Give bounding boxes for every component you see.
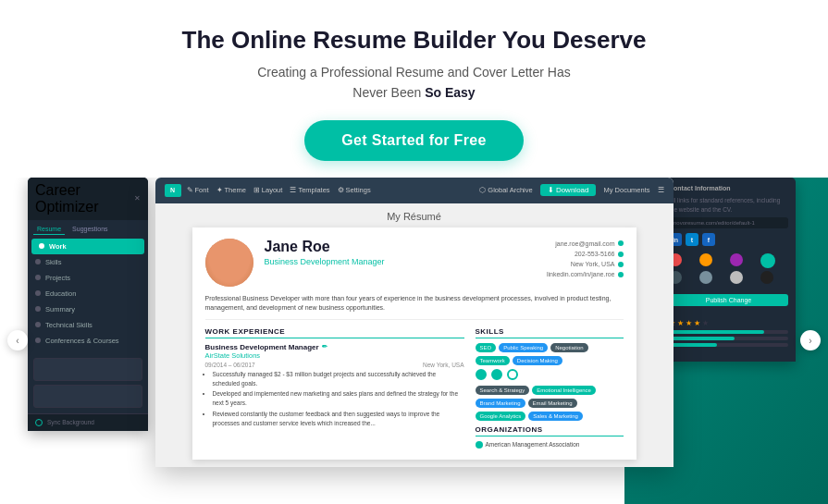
contact-linkedin: linkedin.com/in/jane.roe (547, 269, 615, 279)
next-arrow[interactable]: › (800, 330, 821, 350)
contact-phone: 202-553-5166 (575, 249, 615, 259)
url-bar[interactable]: novoresume.com/editor/default-1 (669, 217, 788, 228)
nav-dot (35, 290, 41, 296)
prev-arrow[interactable]: ‹ (7, 330, 28, 350)
job-bullets: Successfully managed $2 - $3 million bud… (205, 370, 464, 428)
progress-bar-1 (669, 330, 788, 334)
social-icons: in t f (669, 233, 788, 246)
job-company: AirState Solutions (205, 351, 464, 360)
nav-item-technical-skills[interactable]: Technical Skills (28, 317, 148, 333)
resume-area: My Résumé Jane Roe Business Development … (155, 203, 674, 467)
skill-sales: Sales & Marketing (528, 412, 583, 421)
progress-row-1 (476, 369, 624, 380)
nav-font[interactable]: ✎ Font (187, 186, 209, 194)
contact-dot-email (618, 240, 624, 246)
contact-location: New York, USA (571, 259, 615, 269)
organizations-section: ORGANIZATIONS American Management Associ… (476, 425, 624, 449)
bullet-2: Developed and implemented new marketing … (213, 389, 464, 408)
nav-item-conferences[interactable]: Conferences & Courses (28, 333, 148, 349)
nav-download[interactable]: ⬇ Download (540, 184, 597, 196)
work-experience-title: WORK EXPERIENCE (205, 327, 464, 338)
main-title: The Online Resume Builder You Deserve (182, 26, 647, 55)
template-thumb-2[interactable] (33, 385, 142, 408)
skill-public-speaking: Public Speaking (499, 343, 548, 352)
browser-toolbar: N ✎ Font ✦ Theme ⊞ Layout ☰ Templates ⚙ … (155, 178, 674, 203)
nav-label-conferences: Conferences & Courses (45, 337, 119, 345)
subtitle: Creating a Professional Resume and Cover… (257, 62, 571, 104)
progress-bar-3 (669, 343, 788, 347)
star-5: ★ (702, 319, 709, 327)
tab-resume[interactable]: Resume (33, 224, 65, 235)
nav-layout[interactable]: ⊞ Layout (253, 186, 283, 194)
job-title-text: Business Development Manager (205, 343, 319, 351)
nav-dot (39, 243, 44, 249)
bullet-1: Successfully managed $2 - $3 million bud… (213, 370, 464, 388)
edit-icon[interactable]: ✏ (322, 343, 327, 350)
cta-button[interactable]: Get Started for Free (304, 120, 523, 161)
nav-templates[interactable]: ☰ Templates (290, 186, 329, 194)
progress-fill-3 (669, 343, 717, 347)
sync-icon (35, 419, 43, 426)
right-panel-colors: Publish Change (669, 253, 788, 312)
color-gray-medium[interactable] (699, 271, 712, 284)
contact-linkedin-row: linkedin.com/in/jane.roe (503, 269, 624, 279)
nav-documents[interactable]: My Documents (603, 186, 649, 194)
color-gray-light[interactable] (730, 271, 743, 284)
subtitle-bold: So Easy (425, 85, 475, 100)
resume-contact: jane.roe@gmail.com 202-553-5166 New York… (503, 239, 624, 287)
progress-bg-1 (669, 330, 788, 334)
right-panel-rating: ★ ★ ★ ★ ★ (669, 319, 788, 347)
publish-button[interactable]: Publish Change (669, 294, 788, 306)
nav-item-work[interactable]: Work (31, 239, 144, 254)
nav-item-summary[interactable]: Summary (28, 301, 148, 317)
star-rating: ★ ★ ★ ★ ★ (669, 319, 788, 327)
skill-negotiation: Negotiation (550, 343, 587, 352)
browser-nav: ✎ Font ✦ Theme ⊞ Layout ☰ Templates ⚙ Se… (187, 184, 664, 196)
resume-role: Business Development Manager (265, 257, 492, 266)
resume-columns: WORK EXPERIENCE Business Development Man… (205, 327, 624, 449)
close-icon[interactable]: ✕ (134, 194, 141, 203)
star-3: ★ (686, 319, 692, 327)
progress-fill-1 (669, 330, 764, 334)
org-dot (476, 441, 483, 449)
progress-bar-2 (669, 337, 788, 340)
right-panel: Contact Information All links for standa… (661, 178, 796, 363)
template-thumb-1[interactable] (33, 358, 142, 381)
color-black[interactable] (760, 271, 773, 284)
org-title: ORGANIZATIONS (476, 425, 624, 436)
subtitle-line1: Creating a Professional Resume and Cover… (257, 65, 571, 80)
twitter-icon[interactable]: t (686, 233, 698, 246)
bullet-3: Reviewed constantly the customer feedbac… (213, 410, 464, 428)
panel-title: Career Optimizer (35, 182, 134, 215)
color-palette (669, 253, 788, 284)
contact-dot-location (618, 262, 624, 267)
nav-dot (35, 259, 41, 264)
nav-menu[interactable]: ☰ (658, 186, 664, 194)
color-orange[interactable] (699, 253, 712, 266)
nav-item-education[interactable]: Education (28, 286, 148, 301)
panel-tabs: Resume Suggestions (28, 220, 148, 235)
resume-left-column: WORK EXPERIENCE Business Development Man… (205, 327, 464, 449)
nav-theme[interactable]: ✦ Theme (216, 186, 246, 194)
skill-analytics: Google Analytics (476, 412, 526, 421)
progress-fill-2 (669, 337, 735, 340)
nav-item-projects[interactable]: Projects (28, 270, 148, 286)
left-chevron-icon: ‹ (16, 336, 19, 346)
star-4: ★ (694, 319, 700, 327)
contact-dot-linkedin (618, 272, 624, 277)
subtitle-line2: Never Been (352, 85, 425, 100)
skill-decision: Decision Making (513, 356, 562, 365)
color-purple[interactable] (730, 253, 743, 266)
resume-avatar (205, 239, 253, 287)
nav-settings[interactable]: ⚙ Settings (338, 186, 371, 194)
hero-section: The Online Resume Builder You Deserve Cr… (0, 0, 828, 178)
nav-label-skills: Skills (45, 258, 62, 266)
nav-item-skills[interactable]: Skills (28, 254, 148, 270)
color-teal[interactable] (760, 253, 775, 268)
nav-label-summary: Summary (45, 305, 75, 313)
panel-footer: Sync Background (28, 413, 148, 431)
nav-archive[interactable]: ⬡ Global Archive (479, 186, 532, 194)
tab-suggestions[interactable]: Suggestions (68, 224, 112, 235)
facebook-icon[interactable]: f (702, 233, 715, 246)
org-entry: American Management Association (476, 441, 624, 449)
